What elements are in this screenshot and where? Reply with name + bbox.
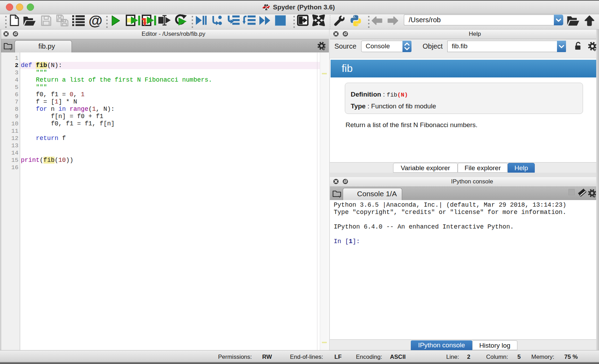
svg-text:@: @ — [89, 13, 102, 28]
